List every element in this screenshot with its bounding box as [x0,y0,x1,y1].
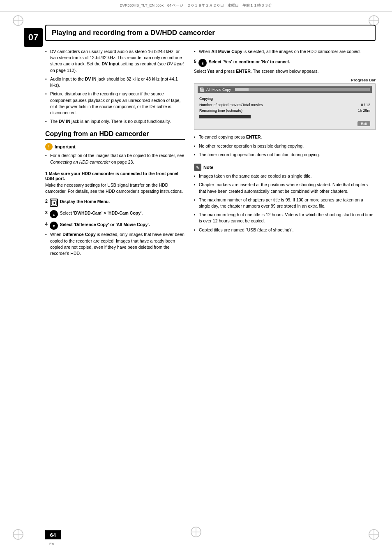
warning-icon: ! [45,143,53,150]
step-5-body: Select Yes and press ENTER. The screen s… [194,68,376,74]
progress-ui-content: Copying Number of copied movies/Total mo… [198,95,372,127]
corner-decoration-tl [12,15,24,26]
svg-text:✎: ✎ [196,166,199,170]
svg-text:E: E [53,225,55,228]
svg-text:H: H [53,201,55,204]
enter-icon-step3: E [50,210,58,218]
note-bullets: Images taken on the same date are copied… [194,173,376,233]
after-bullet-3: The timer recording operation does not f… [194,152,376,158]
chapter-number: 07 [24,28,43,47]
enter-icon-step5: E [198,59,207,67]
progress-bar-visual [199,115,251,118]
step-3-number: 3 [45,210,48,215]
remaining-value: 1h 25m [358,108,370,114]
important-bullet-1: For a description of the images that can… [45,153,185,165]
step-1-heading: 1 Make sure your HDD camcorder is connec… [45,171,185,181]
step-2: 2 H Display the Home Menu. [45,199,185,207]
step-4-heading: Select 'Difference Copy' or 'All Movie C… [60,222,150,228]
enter-icon-step4: E [50,222,58,230]
step-3-text: Select 'DV/HDD-Cam' > 'HDD-Cam Copy'. [60,210,143,216]
step-4-heading-row: 4 E Select 'Difference Copy' or 'All Mov… [45,222,185,230]
step-2-number: 2 [45,199,48,204]
note-title: ✎ Note [194,164,376,171]
progress-bar-inner [235,88,370,91]
step-3: 3 E Select 'DV/HDD-Cam' > 'HDD-Cam Copy'… [45,210,185,218]
step-5-text: Select 'Yes' to confirm or 'No' to cance… [209,59,290,65]
progress-ui-title-bar: All Movie Copy [198,86,372,93]
page-number-box: 64 [45,530,61,539]
step4-cont-bullets: When All Movie Copy is selected, all the… [194,49,376,55]
important-box: ! Important For a description of the ima… [45,143,185,165]
note-box: ✎ Note Images taken on the same date are… [194,164,376,233]
two-column-layout: DV camcorders can usually record audio a… [45,49,376,262]
svg-text:E: E [202,62,204,65]
step-5-number: 5 [194,59,196,64]
exit-button-area: Exit [199,120,370,126]
bullet-item-1: DV camcorders can usually record audio a… [45,49,185,74]
note-bullet-3: The maximum number of chapters per title… [194,197,376,209]
note-bullet-4: The maximum length of one title is 12 ho… [194,212,376,224]
left-column: DV camcorders can usually record audio a… [45,49,185,262]
note-bullet-2: Chapter markers are inserted at the posi… [194,182,376,194]
after-progress-bullets: To cancel copying press ENTER. No other … [194,134,376,158]
bullet-item-4: The DV IN jack is an input only. There i… [45,118,185,125]
step-4-bullet-1: When Difference Copy is selected, only i… [45,231,185,257]
step-2-text: Display the Home Menu. [60,199,110,205]
main-content: Playing and recording from a DV/HDD camc… [45,25,376,530]
step-1: 1 Make sure your HDD camcorder is connec… [45,171,185,194]
bullet-item-2: Audio input to the DV IN jack should be … [45,76,185,88]
bullet-item-3: Picture disturbance in the recording may… [45,91,185,116]
svg-text:E: E [53,213,55,216]
remaining-label: Remaining time (estimate) [199,108,242,114]
header-strip-text: DVR660HS_TLT_EN.book 64 ページ ２０１８年２月２０日 水… [120,3,272,8]
after-bullet-1: To cancel copying press ENTER. [194,134,376,140]
progress-bar-fill [235,88,249,91]
page-container: DVR660HS_TLT_EN.book 64 ページ ２０１８年２月２０日 水… [0,0,392,555]
after-bullet-2: No other recorder operation is possible … [194,143,376,149]
progress-ui: All Movie Copy Copying Number of copied … [194,83,376,130]
note-icon: ✎ [194,164,201,171]
copies-label: Number of copied movies/Total movies [199,102,263,108]
page-title: Playing and recording from a DV/HDD camc… [45,25,376,41]
step-4-bullets: When Difference Copy is selected, only i… [45,231,185,257]
step4-cont-bullet-1: When All Movie Copy is selected, all the… [194,49,376,55]
home-menu-icon: H [50,199,58,207]
note-bullet-1: Images taken on the same date are copied… [194,173,376,179]
page-number: 64 [50,532,56,538]
header-strip: DVR660HS_TLT_EN.book 64 ページ ２０１８年２月２０日 水… [0,0,392,12]
bottom-center-decoration [190,526,202,539]
note-bullet-5: Copied titles are named "USB (date of sh… [194,227,376,233]
right-column: When All Movie Copy is selected, all the… [194,49,376,262]
copying-label: Copying [199,97,370,101]
note-title-text: Note [203,165,213,170]
corner-decoration-bl [12,529,24,540]
intro-bullet-list: DV camcorders can usually record audio a… [45,49,185,125]
copy-icon [200,87,205,92]
step-5: 5 E Select 'Yes' to confirm or 'No' to c… [194,59,376,67]
step-4: 4 E Select 'Difference Copy' or 'All Mov… [45,222,185,257]
progress-row-3: Remaining time (estimate) 1h 25m [199,108,370,114]
exit-button[interactable]: Exit [357,121,370,126]
svg-rect-21 [201,88,204,92]
corner-decoration-br [368,529,380,540]
section-heading-copy: Copying from an HDD camcorder [45,130,185,140]
step-1-body: Make the necessary settings for USB sign… [45,182,185,194]
progress-row-2: Number of copied movies/Total movies 0 /… [199,102,370,108]
step-4-number: 4 [45,222,48,227]
progress-ui-title-text: All Movie Copy [206,88,231,92]
page-lang: En [49,542,54,546]
important-title: ! Important [45,143,185,150]
important-bullet-list: For a description of the images that can… [45,153,185,165]
copies-value: 0 / 12 [361,102,370,108]
progress-bar-label: Progress Bar [194,78,376,82]
